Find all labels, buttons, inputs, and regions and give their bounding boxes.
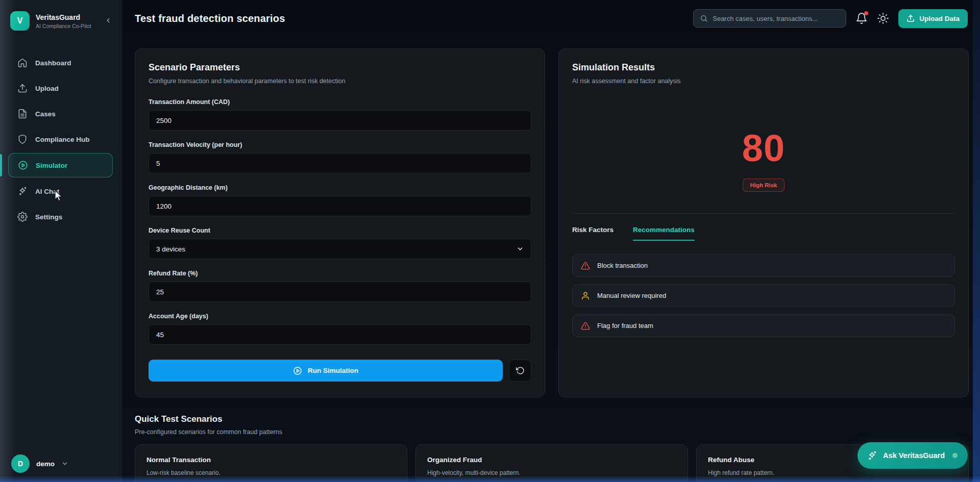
risk-level-badge: High Risk xyxy=(743,179,784,192)
user-icon xyxy=(581,291,590,300)
active-indicator-bar xyxy=(0,154,2,176)
section-subtitle: Pre-configured scenarios for common frau… xyxy=(135,428,969,436)
alert-triangle-icon xyxy=(581,261,590,270)
notifications-button[interactable] xyxy=(855,12,868,24)
scenario-card-description: High refund rate pattern. xyxy=(708,469,957,476)
sidebar-nav: Dashboard Upload Cases Compliance Hub xyxy=(0,51,122,229)
section-title: Quick Test Scenarios xyxy=(135,414,969,424)
results-tabs: Risk Factors Recommendations xyxy=(572,226,955,241)
card-subtitle: AI risk assessment and factor analysis xyxy=(572,78,955,85)
sparkles-icon xyxy=(867,450,877,461)
sidebar: V VeritasGuard AI Compliance Co-Pilot Da… xyxy=(0,0,122,482)
scenario-card-description: High-velocity, multi-device pattern. xyxy=(427,469,676,476)
scenario-card-title: Normal Transaction xyxy=(146,456,396,464)
field-label-geographic-distance: Geographic Distance (km) xyxy=(149,184,531,191)
run-simulation-label: Run Simulation xyxy=(308,367,358,374)
sidebar-item-compliance-hub[interactable]: Compliance Hub xyxy=(0,128,122,151)
sidebar-item-cases[interactable]: Cases xyxy=(0,102,122,125)
account-age-input[interactable] xyxy=(149,324,531,345)
sidebar-item-label: Upload xyxy=(35,85,59,92)
sun-icon xyxy=(877,12,889,24)
sidebar-item-label: AI Chat xyxy=(35,188,59,195)
gear-icon xyxy=(17,212,28,222)
sidebar-item-ai-chat[interactable]: AI Chat xyxy=(0,180,122,203)
field-label-account-age: Account Age (days) xyxy=(149,313,531,320)
tab-recommendations[interactable]: Recommendations xyxy=(633,226,695,241)
sidebar-item-label: Dashboard xyxy=(35,59,71,67)
chevron-down-icon xyxy=(61,460,68,467)
recommendation-text: Flag for fraud team xyxy=(597,322,653,329)
simulation-results-card: Simulation Results AI risk assessment an… xyxy=(558,48,969,397)
transaction-amount-input[interactable] xyxy=(149,110,531,131)
sidebar-item-label: Settings xyxy=(35,213,62,221)
sidebar-collapse-button[interactable] xyxy=(103,15,114,28)
sidebar-item-upload[interactable]: Upload xyxy=(0,77,122,100)
page-title: Test fraud detection scenarios xyxy=(135,13,285,24)
top-bar: Test fraud detection scenarios xyxy=(122,0,980,37)
sidebar-item-label: Cases xyxy=(35,110,56,118)
scenario-card-description: Low-risk baseline scenario. xyxy=(146,469,396,476)
home-icon xyxy=(17,58,28,68)
reset-button[interactable] xyxy=(509,360,531,382)
chevron-down-icon xyxy=(517,245,524,252)
transaction-velocity-input[interactable] xyxy=(149,153,531,173)
quick-test-scenarios-section: Quick Test Scenarios Pre-configured scen… xyxy=(135,414,969,482)
recommendation-row[interactable]: Block transaction xyxy=(572,254,955,277)
theme-toggle-button[interactable] xyxy=(877,12,889,24)
divider xyxy=(572,213,955,214)
card-subtitle: Configure transaction and behavioral par… xyxy=(149,78,531,85)
brand-name: VeritasGuard xyxy=(36,13,96,21)
chevron-left-icon xyxy=(105,17,112,24)
sidebar-item-label: Compliance Hub xyxy=(35,136,90,143)
recommendation-row[interactable]: Manual review required xyxy=(572,284,955,307)
rotate-ccw-icon xyxy=(516,366,525,375)
play-circle-icon xyxy=(18,160,28,170)
brand-logo: V xyxy=(10,11,30,31)
sidebar-item-dashboard[interactable]: Dashboard xyxy=(0,51,122,74)
upload-icon xyxy=(906,14,915,22)
geographic-distance-input[interactable] xyxy=(149,196,531,216)
card-title: Scenario Parameters xyxy=(149,62,531,73)
brand-tagline: AI Compliance Co-Pilot xyxy=(36,23,96,29)
recommendation-text: Block transaction xyxy=(597,262,648,269)
shield-icon xyxy=(17,134,28,144)
sidebar-item-label: Simulator xyxy=(36,162,67,169)
scenario-card-normal-transaction[interactable]: Normal Transaction Low-risk baseline sce… xyxy=(135,444,407,482)
risk-score: 80 xyxy=(572,130,955,167)
field-label-refund-rate: Refund Rate (%) xyxy=(149,270,531,277)
recommendation-text: Manual review required xyxy=(597,292,666,299)
upload-data-button[interactable]: Upload Data xyxy=(898,9,968,28)
main-content: Scenario Parameters Configure transactio… xyxy=(122,37,980,482)
user-menu[interactable]: D demo xyxy=(11,454,68,473)
file-text-icon xyxy=(17,109,28,119)
status-dot xyxy=(952,453,958,458)
user-name: demo xyxy=(36,460,55,468)
brand: V VeritasGuard AI Compliance Co-Pilot xyxy=(0,0,122,36)
card-title: Simulation Results xyxy=(572,62,955,73)
sidebar-item-settings[interactable]: Settings xyxy=(0,205,122,229)
play-circle-icon xyxy=(293,366,302,375)
upload-data-label: Upload Data xyxy=(919,15,960,22)
recommendation-row[interactable]: Flag for fraud team xyxy=(572,314,955,337)
global-search[interactable] xyxy=(693,9,846,28)
search-icon xyxy=(700,14,708,22)
ask-veritasguard-label: Ask VeritasGuard xyxy=(883,451,945,460)
scenario-card-organized-fraud[interactable]: Organized Fraud High-velocity, multi-dev… xyxy=(415,444,688,482)
field-label-transaction-amount: Transaction Amount (CAD) xyxy=(149,98,531,106)
run-simulation-button[interactable]: Run Simulation xyxy=(149,360,503,382)
field-label-device-reuse: Device Reuse Count xyxy=(149,227,531,234)
sidebar-item-simulator[interactable]: Simulator xyxy=(8,153,113,177)
sparkles-icon xyxy=(17,186,28,196)
avatar: D xyxy=(11,454,30,473)
scenario-parameters-card: Scenario Parameters Configure transactio… xyxy=(135,48,545,397)
device-reuse-selected-value: 3 devices xyxy=(156,245,185,253)
app-root: V VeritasGuard AI Compliance Co-Pilot Da… xyxy=(0,0,980,482)
alert-triangle-icon xyxy=(581,321,590,331)
field-label-transaction-velocity: Transaction Velocity (per hour) xyxy=(149,141,531,148)
refund-rate-input[interactable] xyxy=(149,282,531,302)
search-input[interactable] xyxy=(713,15,840,22)
device-reuse-select[interactable]: 3 devices xyxy=(149,239,531,259)
tab-risk-factors[interactable]: Risk Factors xyxy=(572,226,614,241)
ask-veritasguard-button[interactable]: Ask VeritasGuard xyxy=(857,442,968,469)
upload-icon xyxy=(17,83,28,93)
